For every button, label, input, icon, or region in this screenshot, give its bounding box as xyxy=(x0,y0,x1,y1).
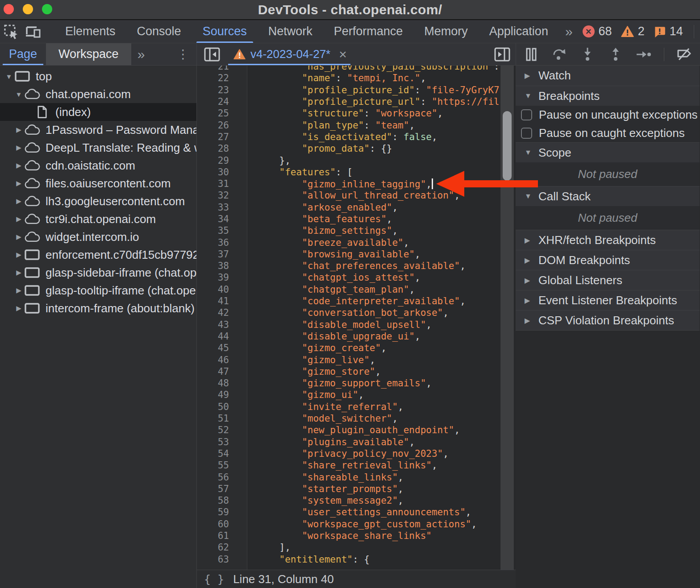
code-line-23[interactable]: 23 "profile_picture_id": "file-7yGryK7H xyxy=(197,84,516,96)
chevron-right-icon[interactable]: ▶ xyxy=(525,71,533,80)
code-line-25[interactable]: 25 "structure": "workspace", xyxy=(197,108,516,119)
section-global-listeners[interactable]: ▶Global Listeners xyxy=(516,270,700,290)
tree-item-lh3-googleusercontent-com[interactable]: ▶lh3.googleusercontent.com xyxy=(0,192,196,210)
tab-workspace[interactable]: Workspace xyxy=(46,43,131,65)
chevron-down-icon[interactable]: ▼ xyxy=(525,149,533,157)
code-line-47[interactable]: 47 "gizmo_store", xyxy=(197,366,516,377)
code-line-41[interactable]: 41 "code_interpreter_available", xyxy=(197,295,516,307)
line-number[interactable]: 34 xyxy=(197,214,247,224)
step-icon[interactable] xyxy=(636,46,652,62)
code-line-46[interactable]: 46 "gizmo_live", xyxy=(197,354,516,365)
code-line-27[interactable]: 27 "is_deactivated": false, xyxy=(197,131,516,143)
code-line-51[interactable]: 51 "model_switcher", xyxy=(197,413,516,424)
code-line-54[interactable]: 54 "privacy_policy_nov_2023", xyxy=(197,448,516,460)
tab-application[interactable]: Application xyxy=(479,20,559,43)
line-number[interactable]: 55 xyxy=(197,460,247,471)
code-line-26[interactable]: 26 "plan_type": "team", xyxy=(197,119,516,131)
pause-script-icon[interactable] xyxy=(523,46,539,62)
line-number[interactable]: 49 xyxy=(197,389,247,400)
line-number[interactable]: 53 xyxy=(197,437,247,447)
code-line-22[interactable]: 22 "name": "tempi, Inc.", xyxy=(197,72,516,84)
expander-closed-icon[interactable]: ▶ xyxy=(13,304,24,312)
line-number[interactable]: 62 xyxy=(197,542,247,553)
line-number[interactable]: 59 xyxy=(197,507,247,518)
issues-badge[interactable]: 14 xyxy=(654,25,683,38)
line-number[interactable]: 42 xyxy=(197,307,247,318)
chevron-right-icon[interactable]: ▶ xyxy=(525,256,533,265)
tree-item--index-[interactable]: (index) xyxy=(0,103,196,121)
line-number[interactable]: 35 xyxy=(197,225,247,236)
line-number[interactable]: 37 xyxy=(197,249,247,260)
more-panels-icon[interactable]: » xyxy=(559,24,578,39)
code-line-61[interactable]: 61 "workspace_share_links" xyxy=(197,530,516,542)
device-toolbar-icon[interactable] xyxy=(25,24,41,40)
checkbox[interactable] xyxy=(521,128,532,139)
section-dom-breakpoints[interactable]: ▶DOM Breakpoints xyxy=(516,250,700,270)
step-into-icon[interactable] xyxy=(579,46,596,62)
code-line-60[interactable]: 60 "workspace_gpt_custom_actions", xyxy=(197,518,516,530)
line-number[interactable]: 46 xyxy=(197,355,247,365)
line-number[interactable]: 26 xyxy=(197,120,247,131)
code-line-52[interactable]: 52 "new_plugin_oauth_endpoint", xyxy=(197,424,516,436)
code-line-59[interactable]: 59 "user_settings_announcements", xyxy=(197,506,516,518)
line-number[interactable]: 43 xyxy=(197,319,247,330)
code-viewport[interactable]: 21 "has_previously_paid_subscription": 2… xyxy=(197,66,516,570)
code-line-50[interactable]: 50 "invite_referral", xyxy=(197,401,516,413)
tree-item-top[interactable]: ▼top xyxy=(0,67,196,85)
tree-item-glasp-tooltip-iframe-chat-opena[interactable]: ▶glasp-tooltip-iframe (chat.opena xyxy=(0,282,196,299)
chevron-down-icon[interactable]: ▼ xyxy=(525,192,533,200)
line-number[interactable]: 25 xyxy=(197,108,247,119)
code-line-58[interactable]: 58 "system_message2", xyxy=(197,495,516,506)
tree-item-1password-password-manage[interactable]: ▶1Password – Password Manage xyxy=(0,121,196,139)
tree-item-cdn-oaistatic-com[interactable]: ▶cdn.oaistatic.com xyxy=(0,157,196,174)
code-line-36[interactable]: 36 "breeze_available", xyxy=(197,236,516,248)
code-line-32[interactable]: 32 "allow_url_thread_creation", xyxy=(197,190,516,201)
code-line-53[interactable]: 53 "plugins_available", xyxy=(197,436,516,448)
tree-item-enforcement-c70df15cb97792b1[interactable]: ▶enforcement.c70df15cb97792b1 xyxy=(0,246,196,264)
line-number[interactable]: 21 xyxy=(197,66,247,72)
chevron-right-icon[interactable]: ▶ xyxy=(525,276,533,285)
tree-item-intercom-frame-about-blank-[interactable]: ▶intercom-frame (about:blank) xyxy=(0,299,196,317)
line-number[interactable]: 33 xyxy=(197,202,247,213)
line-number[interactable]: 54 xyxy=(197,448,247,459)
line-number[interactable]: 38 xyxy=(197,261,247,271)
chevron-right-icon[interactable]: ▶ xyxy=(525,296,533,305)
code-line-24[interactable]: 24 "profile_picture_url": "https://file xyxy=(197,96,516,108)
hide-navigator-icon[interactable] xyxy=(204,46,220,62)
code-line-57[interactable]: 57 "starter_prompts", xyxy=(197,483,516,495)
line-number[interactable]: 28 xyxy=(197,143,247,154)
code-line-35[interactable]: 35 "bizmo_settings", xyxy=(197,225,516,236)
editor-tab[interactable]: v4-2023-04-27* × xyxy=(231,43,350,65)
line-number[interactable]: 47 xyxy=(197,366,247,377)
tab-sources[interactable]: Sources xyxy=(192,20,258,43)
code-line-37[interactable]: 37 "browsing_available", xyxy=(197,248,516,260)
checkbox[interactable] xyxy=(521,109,532,120)
code-line-44[interactable]: 44 "disable_upgrade_ui", xyxy=(197,331,516,342)
tab-elements[interactable]: Elements xyxy=(54,20,126,43)
line-number[interactable]: 36 xyxy=(197,237,247,248)
chevron-right-icon[interactable]: ▶ xyxy=(525,316,533,325)
line-number[interactable]: 50 xyxy=(197,402,247,412)
tab-memory[interactable]: Memory xyxy=(413,20,479,43)
code-line-45[interactable]: 45 "gizmo_create", xyxy=(197,342,516,354)
line-number[interactable]: 48 xyxy=(197,378,247,389)
code-line-63[interactable]: 63 "entitlement": { xyxy=(197,553,516,565)
line-number[interactable]: 61 xyxy=(197,530,247,541)
code-line-48[interactable]: 48 "gizmo_support_emails", xyxy=(197,377,516,389)
line-number[interactable]: 22 xyxy=(197,73,247,83)
section-scope[interactable]: ▼Scope xyxy=(516,142,700,162)
section-breakpoints[interactable]: ▼Breakpoints xyxy=(516,86,700,106)
code-line-42[interactable]: 42 "conversation_bot_arkose", xyxy=(197,307,516,319)
editor-scrollbar[interactable] xyxy=(500,66,514,570)
inspect-element-icon[interactable] xyxy=(4,24,19,40)
line-number[interactable]: 39 xyxy=(197,272,247,283)
chevron-down-icon[interactable]: ▼ xyxy=(525,92,533,100)
code-line-33[interactable]: 33 "arkose_enabled", xyxy=(197,202,516,213)
scrollbar-thumb[interactable] xyxy=(503,111,512,181)
line-number[interactable]: 44 xyxy=(197,331,247,342)
section-event-listener-breakpoints[interactable]: ▶Event Listener Breakpoints xyxy=(516,290,700,310)
code-line-40[interactable]: 40 "chatgpt_team_plan", xyxy=(197,284,516,295)
section-call-stack[interactable]: ▼Call Stack xyxy=(516,186,700,206)
tab-performance[interactable]: Performance xyxy=(323,20,414,43)
code-line-21[interactable]: 21 "has_previously_paid_subscription": xyxy=(197,66,516,72)
